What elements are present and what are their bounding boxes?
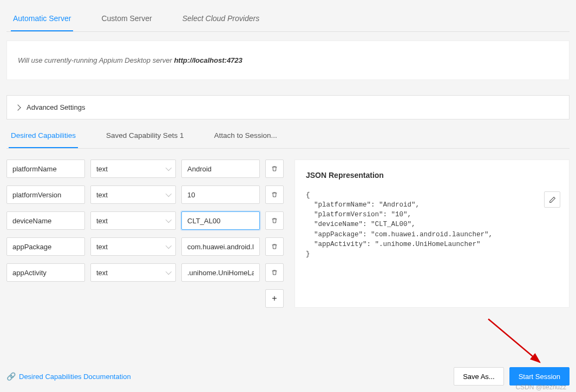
server-url: http://localhost:4723 <box>174 56 242 64</box>
capabilities-form: text text <box>6 160 284 308</box>
plus-icon: + <box>272 294 277 303</box>
delete-cap-button[interactable] <box>265 211 284 230</box>
server-tabs: Automatic Server Custom Server Select Cl… <box>6 6 570 32</box>
delete-cap-button[interactable] <box>265 185 284 204</box>
server-info-box: Will use currently-running Appium Deskto… <box>6 41 570 80</box>
trash-icon <box>271 243 278 250</box>
trash-icon <box>271 165 278 172</box>
svg-line-0 <box>488 319 540 362</box>
capability-row: text <box>6 263 284 282</box>
pencil-icon <box>549 196 556 203</box>
delete-cap-button[interactable] <box>265 160 284 178</box>
doc-link[interactable]: 🔗 Desired Capabilities Documentation <box>6 372 131 381</box>
link-icon: 🔗 <box>6 372 16 381</box>
tab-desired-capabilities[interactable]: Desired Capabilities <box>9 124 78 148</box>
delete-cap-button[interactable] <box>265 263 284 282</box>
footer: 🔗 Desired Capabilities Documentation Sav… <box>6 367 570 386</box>
cap-name-input[interactable] <box>6 160 85 178</box>
tab-saved-capability-sets[interactable]: Saved Capability Sets 1 <box>104 124 186 148</box>
cap-type-select[interactable]: text <box>90 263 176 282</box>
cap-type-value: text <box>96 165 108 173</box>
cap-name-input[interactable] <box>6 237 85 256</box>
cap-type-select[interactable]: text <box>90 211 176 230</box>
cap-type-select[interactable]: text <box>90 237 176 256</box>
capability-row: text <box>6 160 284 178</box>
edit-json-button[interactable] <box>544 191 560 208</box>
advanced-settings-toggle[interactable]: Advanced Settings <box>6 95 570 119</box>
annotation-arrow <box>483 314 553 373</box>
chevron-right-icon <box>15 104 21 110</box>
cap-type-value: text <box>96 243 108 251</box>
cap-value-input[interactable] <box>181 237 260 256</box>
cap-type-value: text <box>96 269 108 277</box>
chevron-down-icon <box>166 217 172 223</box>
chevron-down-icon <box>166 269 172 275</box>
json-panel-title: JSON Representation <box>306 171 558 180</box>
chevron-down-icon <box>166 165 172 171</box>
tab-cloud-providers[interactable]: Select Cloud Providers <box>180 6 261 31</box>
cap-value-input[interactable] <box>181 160 260 178</box>
capability-tabs: Desired Capabilities Saved Capability Se… <box>6 124 570 149</box>
add-cap-button[interactable]: + <box>265 289 284 308</box>
capability-row: text <box>6 237 284 256</box>
delete-cap-button[interactable] <box>265 237 284 256</box>
cap-value-input[interactable] <box>181 263 260 282</box>
start-session-button[interactable]: Start Session <box>509 367 570 386</box>
chevron-down-icon <box>166 191 172 197</box>
cap-value-input[interactable] <box>181 211 260 230</box>
cap-type-select[interactable]: text <box>90 160 176 178</box>
trash-icon <box>271 191 278 198</box>
doc-link-label: Desired Capabilities Documentation <box>19 373 131 381</box>
cap-type-value: text <box>96 217 108 225</box>
server-info-prefix: Will use currently-running Appium Deskto… <box>18 56 174 64</box>
tab-custom-server[interactable]: Custom Server <box>99 6 154 31</box>
capability-row: text <box>6 211 284 230</box>
tab-automatic-server[interactable]: Automatic Server <box>11 6 73 31</box>
cap-name-input[interactable] <box>6 185 85 204</box>
json-representation-panel: JSON Representation { "platformName": "A… <box>294 160 570 308</box>
tab-attach-to-session[interactable]: Attach to Session... <box>212 124 279 148</box>
cap-value-input[interactable] <box>181 185 260 204</box>
capability-row: text <box>6 185 284 204</box>
trash-icon <box>271 269 278 276</box>
advanced-settings-label: Advanced Settings <box>27 103 85 111</box>
trash-icon <box>271 217 278 224</box>
cap-type-value: text <box>96 191 108 199</box>
cap-type-select[interactable]: text <box>90 185 176 204</box>
save-as-button[interactable]: Save As... <box>454 367 504 386</box>
cap-name-input[interactable] <box>6 211 85 230</box>
json-body: { "platformName": "Android", "platformVe… <box>306 190 558 259</box>
cap-name-input[interactable] <box>6 263 85 282</box>
chevron-down-icon <box>166 243 172 249</box>
